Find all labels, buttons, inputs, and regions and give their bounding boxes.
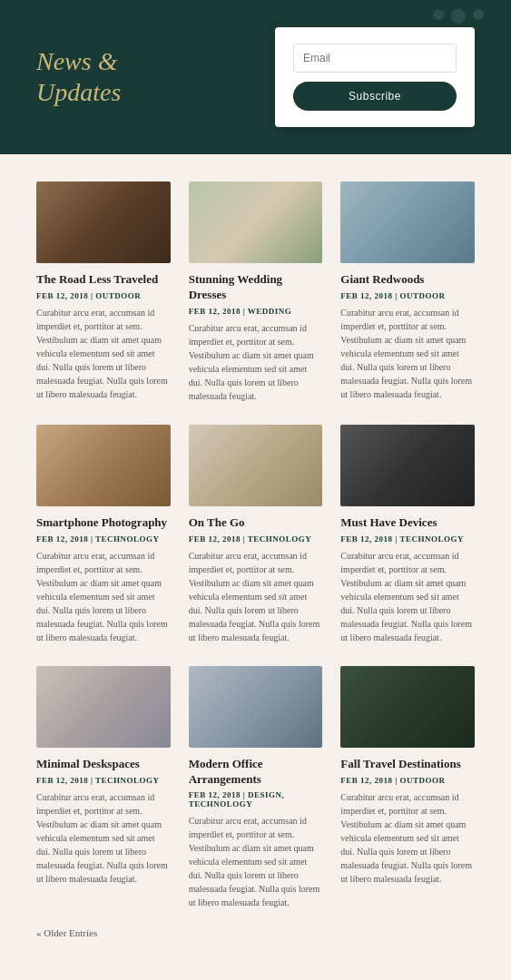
- dot-1: [433, 9, 444, 20]
- card-image: [189, 666, 323, 748]
- news-card-8: Modern Office Arrangements FEB 12, 2018 …: [189, 666, 323, 910]
- card-body: Curabitur arcu erat, accumsan id imperdi…: [340, 549, 475, 644]
- dot-3: [473, 9, 484, 20]
- card-body: Curabitur arcu erat, accumsan id imperdi…: [189, 549, 323, 644]
- news-card-6: Must Have Devices FEB 12, 2018 | TECHNOL…: [340, 425, 475, 644]
- header-title: News & Updates: [36, 46, 121, 107]
- subscribe-button[interactable]: Subscribe: [293, 82, 457, 111]
- news-card-4: Smartphone Photography FEB 12, 2018 | TE…: [36, 425, 171, 644]
- card-image: [340, 666, 475, 748]
- card-meta: FEB 12, 2018 | OUTDOOR: [36, 291, 171, 300]
- card-body: Curabitur arcu erat, accumsan id imperdi…: [189, 814, 323, 909]
- card-body: Curabitur arcu erat, accumsan id imperdi…: [36, 306, 171, 401]
- news-card-3: Giant Redwoods FEB 12, 2018 | OUTDOOR Cu…: [340, 181, 475, 403]
- card-meta: FEB 12, 2018 | OUTDOOR: [340, 291, 475, 300]
- card-body: Curabitur arcu erat, accumsan id imperdi…: [340, 790, 475, 886]
- card-title[interactable]: Minimal Deskspaces: [36, 757, 171, 772]
- card-body: Curabitur arcu erat, accumsan id imperdi…: [36, 549, 171, 644]
- card-meta: FEB 12, 2018 | OUTDOOR: [340, 776, 475, 785]
- main-content: The Road Less Traveled FEB 12, 2018 | OU…: [0, 154, 511, 980]
- card-image: [189, 425, 323, 506]
- dot-2: [451, 9, 466, 24]
- subscribe-form: Subscribe: [275, 27, 475, 127]
- card-title[interactable]: Must Have Devices: [340, 515, 475, 531]
- card-image: [340, 425, 475, 506]
- older-entries-link[interactable]: « Older Entries: [36, 927, 97, 938]
- card-title[interactable]: Smartphone Photography: [36, 515, 171, 531]
- card-meta: FEB 12, 2018 | TECHNOLOGY: [340, 534, 475, 544]
- card-image: [340, 181, 475, 263]
- card-body: Curabitur arcu erat, accumsan id imperdi…: [340, 306, 475, 401]
- page-header: News & Updates Subscribe: [0, 0, 511, 154]
- news-card-9: Fall Travel Destinations FEB 12, 2018 | …: [340, 666, 475, 910]
- news-grid: The Road Less Traveled FEB 12, 2018 | OU…: [36, 181, 475, 909]
- card-title[interactable]: On The Go: [189, 515, 323, 531]
- card-image: [36, 666, 171, 748]
- card-meta: FEB 12, 2018 | WEDDING: [189, 307, 323, 316]
- card-body: Curabitur arcu erat, accumsan id imperdi…: [36, 790, 171, 886]
- card-image: [36, 425, 171, 506]
- news-card-5: On The Go FEB 12, 2018 | TECHNOLOGY Cura…: [189, 425, 323, 644]
- card-title[interactable]: Fall Travel Destinations: [340, 757, 475, 772]
- card-image: [36, 181, 171, 263]
- news-card-1: The Road Less Traveled FEB 12, 2018 | OU…: [36, 181, 171, 403]
- news-card-7: Minimal Deskspaces FEB 12, 2018 | TECHNO…: [36, 666, 171, 910]
- card-title[interactable]: Stunning Wedding Dresses: [189, 272, 323, 303]
- card-title[interactable]: Giant Redwoods: [340, 272, 475, 288]
- card-body: Curabitur arcu erat, accumsan id imperdi…: [189, 321, 323, 403]
- card-meta: FEB 12, 2018 | TECHNOLOGY: [36, 776, 171, 785]
- email-input[interactable]: [293, 44, 457, 73]
- news-card-2: Stunning Wedding Dresses FEB 12, 2018 | …: [189, 181, 323, 403]
- header-decoration: [433, 9, 484, 24]
- card-meta: FEB 12, 2018 | DESIGN, TECHNOLOGY: [189, 790, 323, 808]
- card-meta: FEB 12, 2018 | TECHNOLOGY: [189, 534, 323, 544]
- card-title[interactable]: The Road Less Traveled: [36, 272, 171, 288]
- card-image: [189, 181, 323, 263]
- card-meta: FEB 12, 2018 | TECHNOLOGY: [36, 534, 171, 544]
- card-title[interactable]: Modern Office Arrangements: [189, 757, 323, 788]
- pagination[interactable]: « Older Entries: [36, 927, 475, 938]
